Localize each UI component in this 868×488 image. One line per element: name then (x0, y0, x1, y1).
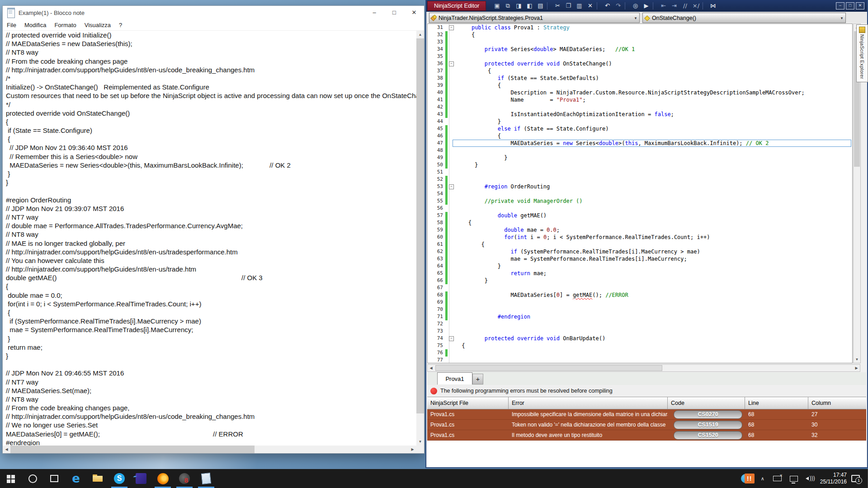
menu-formato[interactable]: Formato (50, 22, 80, 28)
code-line-76[interactable]: 76 (428, 349, 852, 357)
fold-collapse-icon[interactable]: − (449, 184, 454, 189)
scrollbar-thumb[interactable] (416, 38, 424, 413)
code-line-42[interactable]: 42 (428, 103, 852, 111)
code-horizontal-scrollbar[interactable]: ◀ ▶ (427, 364, 860, 372)
error-code-button[interactable]: CS0270 (674, 410, 742, 419)
outdent-icon[interactable]: ⇤ (658, 1, 668, 10)
scroll-right-arrow-icon[interactable]: ▶ (853, 365, 860, 371)
code-line-58[interactable]: 58 { (428, 219, 852, 226)
comment-icon[interactable]: // (680, 1, 690, 10)
code-line-36[interactable]: 36− protected override void OnStateChang… (428, 60, 852, 67)
find-icon[interactable]: ◎ (630, 1, 640, 10)
ninjascript-explorer-tab[interactable]: NinjaScript Explorer (856, 24, 868, 82)
power-icon[interactable] (773, 476, 782, 481)
error-code-button[interactable]: CS1520 (674, 431, 742, 440)
scroll-left-arrow-icon[interactable]: ◀ (428, 365, 434, 371)
code-line-69[interactable]: 69 (428, 299, 852, 306)
notepad-close-button[interactable]: ✕ (404, 6, 424, 19)
print-preview-icon[interactable]: ◧ (524, 1, 534, 10)
compile-icon[interactable]: ▶ (641, 1, 651, 10)
notepad-vertical-scrollbar[interactable]: ▲ ▼ (416, 31, 424, 446)
code-line-47[interactable]: 47 MAEDataSeries = new Series<double>(th… (428, 140, 852, 147)
alert-icon[interactable]: !! (745, 474, 755, 483)
volume-icon[interactable]: ))) (806, 475, 814, 482)
code-line-55[interactable]: 55 //private void ManagerOrder () (428, 197, 852, 205)
code-line-70[interactable]: 70 (428, 306, 852, 313)
method-dropdown[interactable]: OnStateChange() ▾ (642, 13, 846, 23)
code-line-77[interactable]: 77 (428, 357, 852, 363)
redo-icon[interactable]: ↷ (613, 1, 623, 10)
skype-icon[interactable] (108, 469, 130, 488)
code-line-60[interactable]: 60 for(int i = 0; i < SystemPerformance.… (428, 234, 852, 241)
firefox-icon[interactable] (152, 469, 174, 488)
page-setup-icon[interactable]: ▤ (535, 1, 545, 10)
code-line-32[interactable]: 32 { (428, 31, 852, 38)
menu-visualizza[interactable]: Visualizza (80, 22, 115, 28)
cut-icon[interactable]: ✂ (552, 1, 562, 10)
scroll-up-arrow-icon[interactable]: ▲ (416, 31, 424, 38)
tab-prova1[interactable]: Prova1 (437, 372, 472, 385)
code-line-67[interactable]: 67 (428, 284, 852, 291)
uncomment-icon[interactable]: ×/ (691, 1, 701, 10)
visual-studio-icon[interactable]: ⋈ (708, 1, 718, 10)
notepad-maximize-button[interactable]: □ (384, 6, 404, 19)
paste-icon[interactable]: ▥ (574, 1, 584, 10)
code-line-63[interactable]: 63 mae = SystemPerformance.RealTimeTrade… (428, 255, 852, 263)
scrollbar-thumb[interactable] (10, 446, 255, 453)
file-explorer-icon[interactable] (87, 469, 108, 488)
delete-icon[interactable]: ✕ (585, 1, 595, 10)
col-header-error[interactable]: Error (509, 397, 668, 409)
col-header-file[interactable]: NinjaScript File (427, 397, 509, 409)
ninja-titlebar[interactable]: NinjaScript Editor ▣⧉◨◧▤✂❐▥✕↶↷◎▶⇤⇥//×/⋈ … (426, 0, 867, 12)
error-row[interactable]: Prova1.csImpossibile specificare la dime… (427, 409, 866, 420)
code-line-41[interactable]: 41 Name = "Prova1"; (428, 96, 852, 103)
save-icon[interactable]: ▣ (492, 1, 502, 10)
notepad-text-area[interactable]: // protected override void Initialize()/… (3, 31, 416, 446)
error-row[interactable]: Prova1.csToken non valido '=' nella dich… (427, 420, 866, 430)
code-line-43[interactable]: 43 IsInstantiatedOnEachOptimizationItera… (428, 111, 852, 118)
ninjatrader-mobile-icon[interactable] (130, 469, 152, 488)
code-line-50[interactable]: 50 } (428, 161, 852, 169)
task-view-icon[interactable] (43, 469, 65, 488)
menu-help[interactable]: ? (115, 22, 126, 28)
code-line-37[interactable]: 37 { (428, 67, 852, 75)
fold-collapse-icon[interactable]: − (449, 25, 454, 30)
code-line-39[interactable]: 39 { (428, 82, 852, 89)
chevron-down-icon[interactable]: ▾ (632, 16, 639, 20)
error-row[interactable]: Prova1.csIl metodo deve avere un tipo re… (427, 430, 866, 441)
code-editor[interactable]: 31− public class Prova1 : Strategy32 {33… (427, 23, 853, 363)
class-dropdown[interactable]: NinjaTrader.NinjaScript.Strategies.Prova… (429, 13, 640, 23)
code-line-61[interactable]: 61 { (428, 241, 852, 248)
code-line-68[interactable]: 68 MAEDataSeries[0] = getMAE(); //ERROR (428, 291, 852, 299)
code-line-49[interactable]: 49 } (428, 154, 852, 161)
code-line-56[interactable]: 56 (428, 205, 852, 212)
menu-file[interactable]: File (3, 22, 20, 28)
notepad-minimize-button[interactable]: – (364, 6, 384, 19)
scroll-down-arrow-icon[interactable]: ▼ (854, 356, 860, 363)
code-line-62[interactable]: 62 if (SystemPerformance.RealTimeTrades[… (428, 248, 852, 255)
cortana-search-icon[interactable] (22, 469, 43, 488)
indent-icon[interactable]: ⇥ (669, 1, 679, 10)
menu-modifica[interactable]: Modifica (20, 22, 50, 28)
scrollbar-thumb[interactable] (435, 365, 662, 371)
edge-icon[interactable]: e (65, 469, 87, 488)
ninja-close-button[interactable]: ✕ (856, 2, 864, 9)
col-header-code[interactable]: Code (668, 397, 745, 409)
code-line-57[interactable]: 57 double getMAE() (428, 212, 852, 219)
scroll-left-arrow-icon[interactable]: ◀ (3, 446, 10, 453)
save-all-icon[interactable]: ⧉ (503, 1, 513, 10)
code-line-59[interactable]: 59 double mae = 0.0; (428, 226, 852, 234)
hidden-icons-chevron-icon[interactable]: ∧ (761, 476, 764, 482)
fold-collapse-icon[interactable]: − (449, 61, 454, 66)
new-tab-button[interactable]: + (472, 374, 483, 385)
code-line-31[interactable]: 31− public class Prova1 : Strategy (428, 24, 852, 31)
code-line-46[interactable]: 46 { (428, 132, 852, 140)
notepad-titlebar[interactable]: Example(1) - Blocco note – □ ✕ (3, 6, 424, 19)
code-line-33[interactable]: 33 (428, 38, 852, 46)
code-line-72[interactable]: 72 (428, 320, 852, 328)
code-line-38[interactable]: 38 if (State == State.SetDefaults) (428, 75, 852, 82)
code-line-53[interactable]: 53− #region OrderRouting (428, 183, 852, 190)
col-header-column[interactable]: Column (808, 397, 866, 409)
code-line-54[interactable]: 54 (428, 190, 852, 197)
code-line-66[interactable]: 66 } (428, 277, 852, 284)
